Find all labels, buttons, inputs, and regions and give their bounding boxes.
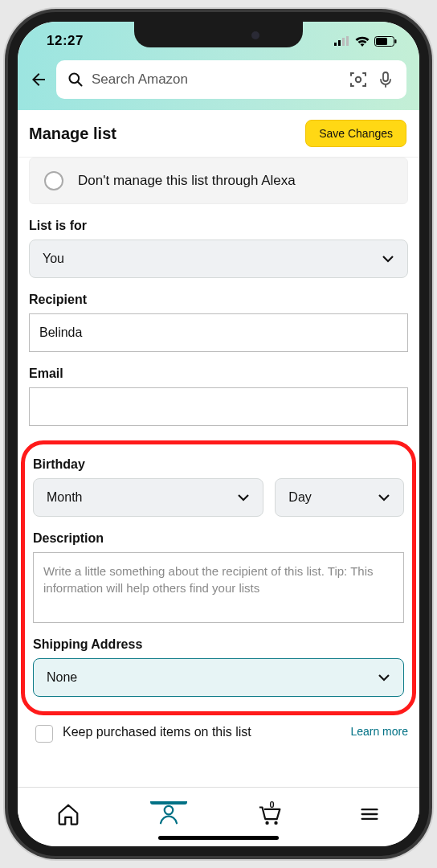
svg-rect-0 — [334, 43, 337, 46]
cellular-icon — [334, 36, 350, 46]
description-label: Description — [33, 531, 404, 546]
svg-point-9 — [356, 77, 361, 82]
page-title: Manage list — [29, 125, 116, 143]
notch — [134, 22, 303, 47]
search-icon — [67, 72, 84, 88]
svg-rect-5 — [376, 38, 387, 45]
email-label: Email — [29, 366, 408, 381]
shipping-label: Shipping Address — [33, 637, 404, 652]
status-icons — [334, 36, 397, 47]
email-field: Email — [29, 366, 408, 426]
highlighted-section: Birthday Month Day Description Write a l… — [21, 440, 416, 715]
keep-items-checkbox[interactable] — [35, 725, 53, 743]
birthday-field: Birthday Month Day — [33, 457, 404, 517]
description-field: Description Write a little something abo… — [33, 531, 404, 623]
birthday-day-select[interactable]: Day — [275, 478, 404, 517]
svg-point-13 — [274, 821, 277, 824]
svg-rect-10 — [383, 72, 388, 81]
back-arrow-icon — [29, 70, 48, 89]
svg-rect-1 — [338, 40, 341, 46]
svg-point-12 — [265, 821, 268, 824]
birthday-label: Birthday — [33, 457, 404, 472]
shipping-field: Shipping Address None — [33, 637, 404, 697]
account-icon — [157, 802, 181, 826]
home-icon — [56, 802, 80, 826]
battery-icon — [374, 36, 397, 47]
birthday-month-select[interactable]: Month — [33, 478, 263, 517]
chevron-down-icon — [378, 491, 390, 504]
list-for-field: List is for You — [29, 219, 408, 278]
nav-account[interactable] — [145, 802, 193, 826]
back-button[interactable] — [24, 65, 53, 94]
list-for-value: You — [43, 252, 64, 266]
email-input[interactable] — [29, 387, 408, 426]
title-bar: Manage list Save Changes — [18, 110, 419, 158]
recipient-label: Recipient — [29, 293, 408, 307]
nav-active-indicator — [150, 801, 187, 805]
alexa-option-row[interactable]: Don't manage this list through Alexa — [29, 158, 408, 204]
cart-icon: 0 — [255, 800, 283, 828]
menu-icon — [358, 803, 381, 825]
svg-point-11 — [164, 805, 173, 814]
birthday-day-value: Day — [288, 490, 311, 505]
svg-rect-3 — [346, 36, 349, 46]
bottom-nav: 0 — [18, 787, 419, 846]
alexa-option-label: Don't manage this list through Alexa — [78, 173, 296, 189]
wifi-icon — [355, 36, 370, 47]
nav-home[interactable] — [44, 802, 92, 826]
list-for-label: List is for — [29, 219, 408, 233]
microphone-icon[interactable] — [376, 70, 395, 89]
keep-items-label: Keep purchased items on this list — [63, 725, 341, 739]
recipient-field: Recipient — [29, 293, 408, 352]
phone-frame: 12:27 Manage list Save Changes Don't man… — [8, 12, 429, 856]
svg-line-8 — [78, 82, 82, 86]
search-bar[interactable] — [56, 60, 406, 99]
birthday-month-value: Month — [47, 490, 82, 505]
save-changes-button[interactable]: Save Changes — [305, 120, 406, 147]
search-input[interactable] — [92, 72, 341, 88]
svg-rect-2 — [342, 38, 345, 46]
recipient-input[interactable] — [29, 313, 408, 352]
shipping-value: None — [47, 670, 77, 685]
content-area: Don't manage this list through Alexa Lis… — [18, 158, 419, 776]
description-textarea[interactable]: Write a little something about the recip… — [33, 552, 404, 623]
svg-rect-6 — [395, 39, 397, 43]
nav-menu[interactable] — [345, 803, 394, 825]
svg-text:0: 0 — [269, 800, 274, 809]
camera-scan-icon[interactable] — [349, 70, 368, 89]
header — [18, 60, 419, 110]
home-indicator[interactable] — [158, 836, 279, 840]
keep-items-row: Keep purchased items on this list Learn … — [29, 715, 408, 743]
learn-more-link[interactable]: Learn more — [350, 725, 408, 738]
chevron-down-icon — [237, 491, 250, 504]
chevron-down-icon — [378, 671, 390, 684]
status-time: 12:27 — [47, 33, 84, 49]
nav-cart[interactable]: 0 — [245, 800, 293, 828]
list-for-select[interactable]: You — [29, 240, 408, 278]
chevron-down-icon — [382, 252, 394, 265]
shipping-select[interactable]: None — [33, 658, 404, 697]
radio-unchecked-icon[interactable] — [44, 171, 63, 190]
